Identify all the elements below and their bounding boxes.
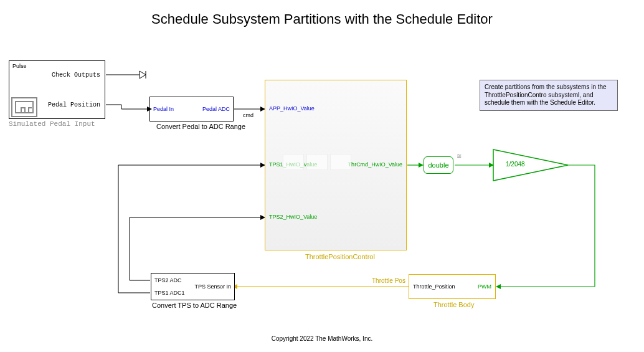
signal-cmd: cmd — [243, 112, 253, 118]
port-check-outputs: Check Outputs — [52, 72, 100, 78]
block-simulated-pedal-input[interactable]: Pulse Check Outputs Pedal Position — [9, 60, 105, 119]
port-tps2-hwio: TPS2_HwIO_Value — [269, 214, 317, 220]
label-convert-tps: Convert TPS to ADC Range — [152, 302, 237, 309]
double-cast-text: double — [428, 161, 448, 169]
signal-log-icon: ≋ — [457, 153, 462, 159]
ghost-box-2 — [306, 154, 328, 170]
pulse-mask-icon — [11, 97, 37, 117]
label-convert-pedal: Convert Pedal to ADC Range — [156, 123, 245, 130]
block-convert-tps[interactable]: TPS Sensor In TPS2 ADC TPS1 ADC1 — [151, 273, 235, 300]
block-throttle-position-control[interactable]: APP_HwIO_Value TPS1_HwIO_Value TPS2_HwIO… — [265, 80, 407, 250]
svg-marker-12 — [496, 284, 501, 289]
ghost-box-3 — [330, 154, 351, 170]
port-app-hwio: APP_HwIO_Value — [269, 105, 315, 112]
port-pedal-in: Pedal In — [153, 106, 174, 112]
port-thrcmd-hwio: ThrCmd_HwIO_Value — [348, 161, 402, 168]
port-throttle-position-out: Throttle_Position — [413, 283, 455, 290]
svg-marker-11 — [489, 163, 494, 168]
signal-throttle-pos: Throttle Pos — [372, 277, 405, 284]
port-pwm-in: PWM — [478, 283, 491, 290]
label-throttle-control: ThrottlePositionControl — [305, 253, 375, 260]
copyright-footer: Copyright 2022 The MathWorks, Inc. — [0, 335, 644, 342]
block-convert-pedal[interactable]: Pedal In Pedal ADC — [149, 97, 234, 121]
port-tps1-adc1: TPS1 ADC1 — [154, 290, 185, 296]
gain-value: 1/2048 — [506, 161, 525, 168]
svg-marker-9 — [419, 163, 424, 168]
note-box: Create partitions from the subsystems in… — [480, 80, 618, 111]
port-tps2-adc: TPS2 ADC — [154, 277, 182, 283]
port-pedal-position: Pedal Position — [48, 102, 100, 108]
ghost-box-1 — [283, 154, 304, 170]
port-tps-sensor-in: TPS Sensor In — [194, 283, 231, 290]
port-pulse-label: Pulse — [12, 63, 27, 69]
svg-marker-17 — [493, 150, 568, 181]
diagram-title: Schedule Subsystem Partitions with the S… — [0, 11, 644, 27]
label-throttle-body: Throttle Body — [433, 301, 474, 308]
block-throttle-body[interactable]: PWM Throttle_Position — [409, 274, 496, 299]
label-simulated-pedal-input: Simulated Pedal Input — [9, 120, 95, 128]
port-pedal-adc: Pedal ADC — [202, 106, 230, 112]
note-text: Create partitions from the subsystems in… — [485, 83, 607, 106]
block-double-cast[interactable]: double — [424, 156, 453, 174]
